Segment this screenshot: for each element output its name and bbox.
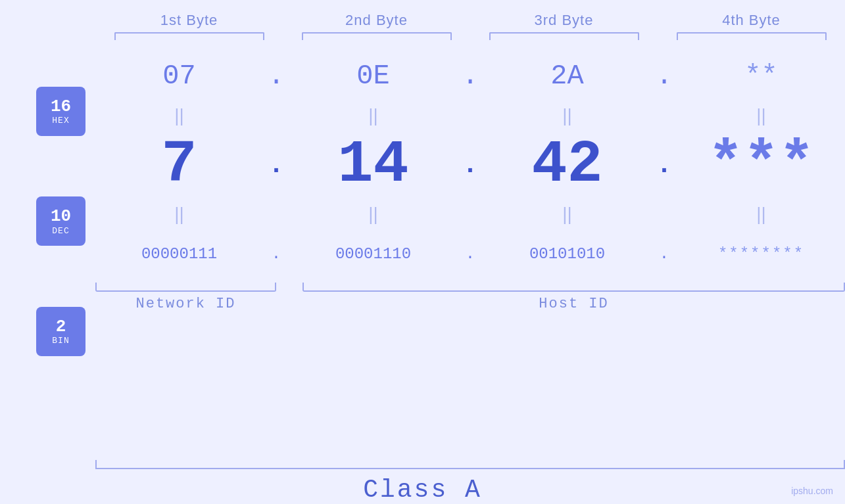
full-bottom-bracket [95, 460, 845, 469]
dec-badge-number: 10 [51, 207, 71, 226]
dec-badge-label: DEC [52, 226, 69, 236]
dot-bin-3: . [651, 245, 677, 263]
badges-column: 16 HEX 10 DEC 2 BIN [0, 50, 95, 452]
dot-bin-1: . [263, 245, 289, 263]
watermark: ipshu.com [791, 486, 833, 496]
bin-badge: 2 BIN [36, 307, 85, 356]
dec-byte4: *** [677, 131, 845, 198]
hex-byte2: 0E [289, 60, 457, 92]
equals-hex-dec: || || || || [95, 103, 845, 129]
hex-row: 07 . 0E . 2A . [95, 50, 845, 103]
hex-badge-label: HEX [52, 116, 69, 126]
bin-byte1: 00000111 [95, 245, 263, 263]
bin-byte3: 00101010 [483, 245, 651, 263]
hex-byte1: 07 [95, 60, 263, 92]
bracket-byte1 [95, 29, 283, 43]
bytes-display: 07 . 0E . 2A . [95, 50, 845, 452]
dot-hex-3: . [651, 60, 677, 92]
dot-hex-2: . [457, 60, 483, 92]
host-id-bracket [302, 283, 845, 292]
dec-byte3: 42 [483, 135, 651, 195]
main-container: 1st Byte 2nd Byte 3rd Byte 4th Byte 16 H… [0, 0, 845, 504]
byte-headers: 1st Byte 2nd Byte 3rd Byte 4th Byte [0, 0, 845, 29]
hex-badge-number: 16 [51, 97, 71, 116]
host-id-label: Host ID [302, 296, 845, 312]
bin-badge-number: 2 [56, 317, 66, 336]
bracket-byte3 [470, 29, 658, 43]
byte2-header: 2nd Byte [283, 12, 470, 29]
class-label: Class A [0, 476, 845, 504]
network-id-label: Network ID [135, 296, 235, 312]
dot-bin-2: . [457, 245, 483, 263]
dec-byte2: 14 [289, 135, 457, 195]
bottom-bracket-area: Network ID Host ID [95, 280, 845, 312]
bin-byte4: ******** [677, 245, 845, 263]
content-area: 16 HEX 10 DEC 2 BIN 07 . [0, 50, 845, 452]
id-brackets [95, 283, 845, 292]
bin-row: 00000111 . 00001110 . 00101010 [95, 227, 845, 280]
dec-row: 7 . 14 . 42 . [95, 129, 845, 201]
byte1-header: 1st Byte [95, 12, 283, 29]
bracket-byte2 [283, 29, 470, 43]
network-id-bracket [95, 283, 276, 292]
hex-byte4: ** [677, 60, 845, 92]
dot-dec-1: . [263, 150, 289, 180]
dec-badge: 10 DEC [36, 196, 85, 246]
byte4-header: 4th Byte [658, 12, 845, 29]
hex-badge: 16 HEX [36, 87, 85, 136]
bin-badge-label: BIN [52, 336, 69, 346]
bin-byte2: 00001110 [289, 245, 457, 263]
hex-byte3: 2A [483, 60, 651, 92]
dot-dec-2: . [457, 150, 483, 180]
dot-dec-3: . [651, 150, 677, 180]
dec-byte1: 7 [95, 135, 263, 195]
id-labels: Network ID Host ID [95, 296, 845, 312]
bracket-byte4 [658, 29, 845, 43]
equals-dec-bin: || || || || [95, 201, 845, 227]
byte3-header: 3rd Byte [470, 12, 658, 29]
dot-hex-1: . [263, 60, 289, 92]
top-brackets [0, 29, 845, 43]
